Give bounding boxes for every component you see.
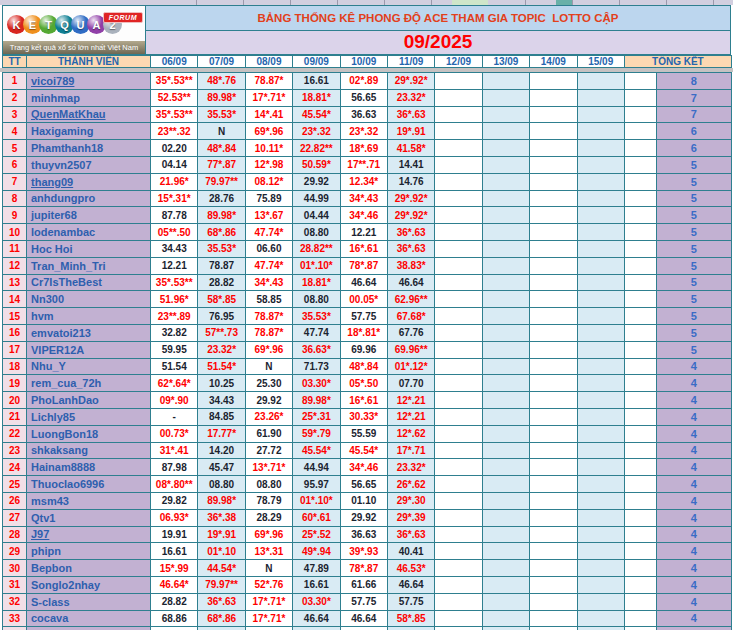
score-cell: 34.43 [151,241,198,258]
row-index: 1 [3,73,27,90]
score-cell [578,459,625,476]
total-cell: 4 [657,359,732,376]
total-cell: 5 [657,258,732,275]
score-cell [530,359,577,376]
score-cell [530,493,577,510]
member-name[interactable]: vicoi789 [27,73,151,90]
score-cell: 45.54* [293,443,340,460]
score-cell: 12.21 [151,258,198,275]
score-cell [483,224,530,241]
total-cell: 4 [657,510,732,527]
score-cell: 57.75 [341,594,388,611]
date-header: 15/09 [578,56,625,68]
spacer-cell [625,375,657,392]
score-cell: 01.10 [341,493,388,510]
score-cell [530,459,577,476]
score-cell [578,258,625,275]
row-index: 7 [3,174,27,191]
score-cell: 57.75 [341,308,388,325]
member-name: Bepbon [27,560,151,577]
logo-tagline: Trang kết quả xổ số lớn nhất Việt Nam [3,41,145,54]
score-cell: 23.32* [388,459,435,476]
score-cell: 17*.71* [246,90,293,107]
score-cell: 61.90 [246,426,293,443]
score-cell [578,577,625,594]
score-cell [578,560,625,577]
score-cell: 55.59 [341,426,388,443]
score-cell: 57**.73 [198,325,245,342]
score-cell [530,527,577,544]
score-cell [530,174,577,191]
member-name: LuongBon18 [27,426,151,443]
member-name[interactable]: QuenMatKhau [27,107,151,124]
score-cell [435,375,482,392]
total-cell: 4 [657,459,732,476]
member-name[interactable]: thang09 [27,174,151,191]
score-cell [530,443,577,460]
score-cell: 23**.32 [151,123,198,140]
score-cell [483,207,530,224]
score-cell: 19*.91 [388,123,435,140]
score-cell: 06.93* [151,510,198,527]
spacer-cell [625,90,657,107]
score-cell: 56.65 [341,476,388,493]
score-cell [578,224,625,241]
date-header: 14/09 [530,56,577,68]
member-name: Haxigaming [27,123,151,140]
score-cell [483,291,530,308]
lotto-stats-board: KETQUA2 FORUM Trang kết quả xổ số lớn nh… [0,0,733,630]
spacer-cell [625,459,657,476]
score-cell: 47.74 [293,325,340,342]
spacer-cell [625,543,657,560]
member-name: Songlo2nhay [27,577,151,594]
total-cell: 4 [657,611,732,628]
score-cell: 13*.71* [246,459,293,476]
member-name: thuyvn2507 [27,157,151,174]
score-cell [578,174,625,191]
score-cell: 29.92 [293,174,340,191]
score-cell: 67.68* [388,308,435,325]
score-cell: 67.76 [388,325,435,342]
row-index: 9 [3,207,27,224]
spacer-cell [625,560,657,577]
spacer-cell [625,594,657,611]
score-cell [530,157,577,174]
score-cell: 79.97** [198,174,245,191]
score-cell: 78*.87 [341,258,388,275]
score-cell: 46.53* [388,560,435,577]
total-cell: 4 [657,409,732,426]
score-cell: 35.53* [293,308,340,325]
score-cell: 47.89 [293,560,340,577]
column-header-row: TT THÀNH VIÊN 06/0907/0908/0909/0910/091… [2,55,732,68]
score-cell [483,241,530,258]
score-cell: 28.82** [293,241,340,258]
score-cell: 46.64* [151,577,198,594]
score-cell [483,90,530,107]
row-index: 2 [3,90,27,107]
score-cell [578,409,625,426]
member-name[interactable]: J97 [27,527,151,544]
total-cell: 4 [657,392,732,409]
row-index: 27 [3,510,27,527]
row-index: 6 [3,157,27,174]
spacer-cell [625,443,657,460]
score-cell: 12.21 [341,224,388,241]
score-cell [578,308,625,325]
score-cell: 51.96* [151,291,198,308]
score-cell: 68*.86 [198,611,245,628]
score-cell: 36*.38 [198,510,245,527]
score-cell: 08.80 [246,476,293,493]
spacer-cell [625,325,657,342]
score-cell [483,157,530,174]
score-cell: 23.32* [388,90,435,107]
score-cell: 14*.41 [246,107,293,124]
score-cell [483,409,530,426]
score-cell [435,157,482,174]
score-cell: 19*.91 [198,527,245,544]
score-cell: 58*.85 [388,611,435,628]
total-cell: 5 [657,207,732,224]
score-cell: 15*.99 [151,560,198,577]
score-cell [578,275,625,292]
score-cell: 69*.96 [246,342,293,359]
member-name: Tran_Minh_Tri [27,258,151,275]
